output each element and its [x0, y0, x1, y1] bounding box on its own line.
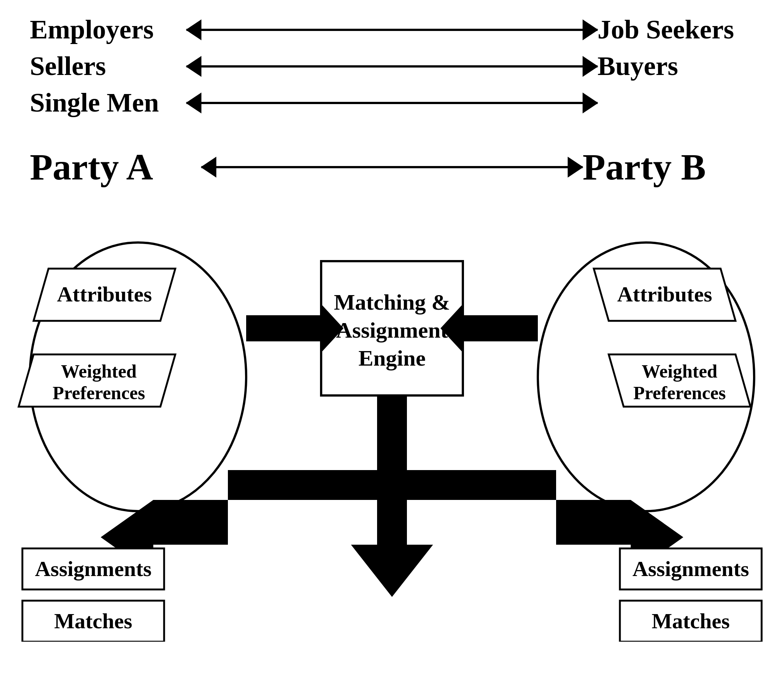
arrows-svg: Attributes Weighted Preferences Attribut… — [0, 231, 784, 642]
svg-point-0 — [30, 242, 246, 511]
party-arrow — [201, 152, 583, 182]
right-label-1: Job Seekers — [598, 15, 754, 44]
svg-marker-21 — [351, 500, 433, 597]
svg-text:Preferences: Preferences — [53, 382, 145, 403]
svg-marker-2 — [34, 269, 175, 321]
svg-marker-4 — [19, 354, 175, 407]
arrow-row-1: Employers Job Seekers — [30, 15, 754, 45]
top-section: Employers Job Seekers Sellers Buyers Sin… — [30, 15, 754, 125]
left-label-2: Sellers — [30, 52, 186, 81]
svg-rect-27 — [620, 548, 762, 590]
arrow-row-2: Sellers Buyers — [30, 52, 754, 81]
svg-rect-29 — [620, 601, 762, 642]
svg-text:Attributes: Attributes — [617, 282, 712, 306]
party-b-label: Party B — [583, 146, 754, 188]
arrow-line-1 — [186, 29, 598, 31]
party-arrow-line — [201, 166, 583, 168]
svg-text:Matches: Matches — [651, 609, 729, 633]
svg-text:Engine: Engine — [358, 346, 426, 371]
svg-text:Assignments: Assignments — [35, 557, 152, 581]
svg-marker-17 — [440, 304, 538, 352]
svg-text:Assignment: Assignment — [336, 318, 448, 343]
svg-marker-20 — [101, 470, 228, 574]
svg-rect-12 — [321, 261, 463, 396]
bidirectional-arrow-1 — [186, 15, 598, 45]
svg-rect-23 — [22, 548, 164, 590]
svg-rect-19 — [228, 470, 556, 500]
svg-marker-22 — [556, 470, 683, 574]
svg-text:Weighted: Weighted — [61, 361, 137, 382]
arrow-line-2 — [186, 65, 598, 67]
svg-text:Matching &: Matching & — [334, 290, 450, 314]
svg-text:Matches: Matches — [54, 609, 132, 633]
right-label-2: Buyers — [598, 52, 754, 81]
left-label-3: Single Men — [30, 88, 186, 117]
arrow-row-3: Single Men — [30, 88, 754, 118]
svg-text:Attributes: Attributes — [57, 282, 152, 306]
svg-text:Preferences: Preferences — [633, 382, 726, 403]
svg-rect-18 — [377, 396, 407, 470]
bidirectional-arrow-2 — [186, 52, 598, 81]
svg-marker-16 — [246, 304, 344, 352]
middle-section: Attributes Weighted Preferences Attribut… — [0, 231, 784, 642]
svg-text:Assignments: Assignments — [633, 557, 749, 581]
svg-marker-7 — [594, 269, 736, 321]
arrow-line-3 — [186, 102, 598, 104]
svg-rect-25 — [22, 601, 164, 642]
bidirectional-arrow-3 — [186, 88, 598, 118]
svg-point-1 — [538, 242, 754, 511]
party-section: Party A Party B — [30, 146, 754, 188]
left-label-1: Employers — [30, 15, 186, 44]
party-a-label: Party A — [30, 146, 201, 188]
diagram-container: Employers Job Seekers Sellers Buyers Sin… — [0, 0, 784, 679]
svg-text:Weighted: Weighted — [642, 361, 718, 382]
svg-marker-9 — [609, 354, 750, 407]
